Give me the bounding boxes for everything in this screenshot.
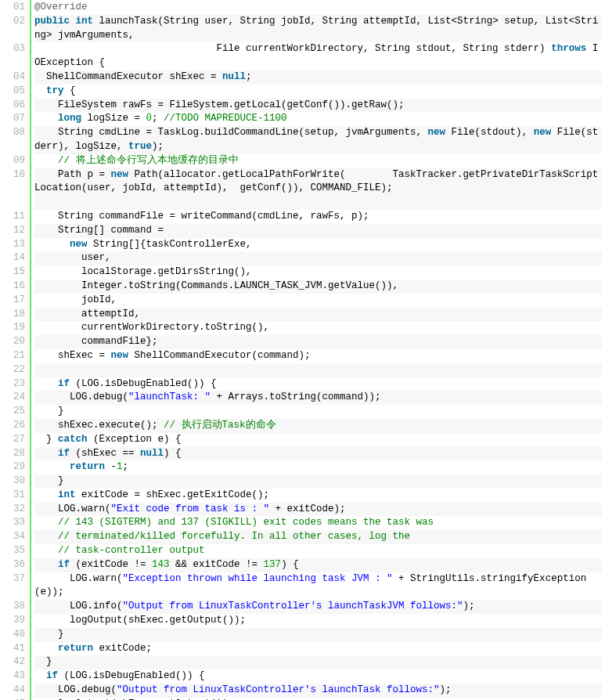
token-plain: jobId, (34, 294, 117, 305)
token-kw: null (140, 448, 164, 459)
token-plain (34, 559, 58, 570)
line-number: 13 (3, 238, 25, 252)
code-line: } (34, 474, 602, 489)
token-plain: + Arrays.toString(command)); (211, 391, 381, 402)
token-plain: String commandFile = writeCommand(cmdLin… (34, 211, 369, 222)
token-plain: } (34, 629, 64, 640)
code-line: } catch (Exception e) { (34, 433, 602, 447)
line-number: 42 (3, 655, 25, 669)
line-number: 16 (3, 280, 25, 294)
token-plain: ; (246, 71, 252, 82)
token-str: "Output from LinuxTaskController's launc… (117, 684, 440, 695)
token-plain (34, 489, 58, 500)
line-number-wrap (3, 196, 25, 210)
line-number: 25 (3, 405, 25, 419)
token-plain: (exitCode != (70, 559, 152, 570)
token-plain: logSize = (81, 113, 146, 124)
token-plain (34, 378, 58, 389)
token-num: 0 (146, 113, 153, 124)
code-line: @Override (34, 1, 602, 15)
token-plain: shExec.execute(); (34, 420, 164, 431)
code-line: try { (34, 85, 602, 99)
token-plain: ); (463, 601, 475, 612)
token-kw: if (46, 670, 58, 681)
line-number-wrap (3, 56, 25, 70)
line-number: 22 (3, 363, 25, 377)
line-number: 14 (3, 251, 25, 265)
line-number: 32 (3, 503, 25, 517)
token-comm: // 143 (SIGTERM) and 137 (SIGKILL) exit … (58, 517, 434, 528)
token-plain: ; (152, 113, 164, 124)
token-kw: if (58, 559, 70, 570)
token-plain (70, 16, 76, 27)
code-line: if (shExec == null) { (34, 447, 602, 461)
line-number: 18 (3, 308, 25, 322)
code-line: File currentWorkDirectory, String stdout… (34, 42, 602, 70)
token-str: "Output from LinuxTaskController's launc… (123, 601, 463, 612)
token-plain: String[] command = (34, 225, 164, 236)
code-line: shExec.execute(); // 执行启动Task的命令 (34, 419, 602, 433)
line-number: 12 (3, 224, 25, 238)
token-num: 137 (264, 559, 282, 570)
token-plain: exitCode; (93, 643, 152, 654)
code-line: LOG.debug("Output from LinuxTaskControll… (34, 684, 602, 698)
token-num: 1 (117, 461, 123, 472)
token-num: 143 (152, 559, 170, 570)
line-number: 06 (3, 99, 25, 113)
token-kw: int (58, 489, 76, 500)
token-plain: localStorage.getDirsString(), (34, 266, 252, 277)
token-plain: LOG.debug( (34, 684, 117, 695)
code-line: // 143 (SIGTERM) and 137 (SIGKILL) exit … (34, 516, 602, 530)
line-number: 15 (3, 265, 25, 280)
line-number: 29 (3, 460, 25, 474)
token-plain: { (64, 85, 76, 96)
code-line: } (34, 628, 602, 642)
token-kw: if (58, 448, 70, 459)
token-str: "launchTask: " (128, 391, 211, 402)
token-plain: Integer.toString(Commands.LAUNCH_TASK_JV… (34, 280, 398, 291)
token-kw: int (76, 16, 94, 27)
code-line: LOG.debug("launchTask: " + Arrays.toStri… (34, 391, 602, 405)
line-number-wrap (3, 586, 25, 600)
line-number: 31 (3, 489, 25, 503)
token-comm: // 将上述命令行写入本地缓存的目录中 (58, 155, 239, 166)
code-line: jobId, (34, 294, 602, 308)
token-plain: LOG.debug( (34, 391, 128, 402)
token-plain: exitCode = shExec.getExitCode(); (76, 489, 270, 500)
code-line: LOG.info("Output from LinuxTaskControlle… (34, 600, 602, 614)
line-number: 02 (3, 15, 25, 29)
code-line: LOG.warn("Exit code from task is : " + e… (34, 503, 602, 517)
line-number: 01 (3, 1, 25, 15)
token-kw: return (70, 461, 105, 472)
token-kw: long (58, 113, 81, 124)
code-line: Path p = new Path(allocator.getLocalPath… (34, 168, 602, 210)
line-number: 27 (3, 433, 25, 447)
line-number: 05 (3, 85, 25, 99)
token-kw: true (128, 141, 152, 152)
token-plain: } (34, 656, 52, 667)
code-line: } (34, 655, 602, 669)
token-plain (34, 448, 58, 459)
token-plain: - (105, 461, 117, 472)
code-line: int exitCode = shExec.getExitCode(); (34, 489, 602, 503)
token-plain (34, 531, 58, 542)
token-kw: public (34, 16, 70, 27)
token-plain: (LOG.isDebugEnabled()) { (70, 378, 217, 389)
line-number: 30 (3, 474, 25, 489)
code-line: // terminated/killed forcefully. In all … (34, 530, 602, 544)
token-kw: null (222, 71, 246, 82)
code-line: return exitCode; (34, 642, 602, 656)
line-number: 28 (3, 447, 25, 461)
line-number: 10 (3, 168, 25, 182)
token-plain: File currentWorkDirectory, String stdout… (34, 43, 551, 54)
line-number: 37 (3, 572, 25, 586)
code-line: LOG.warn("Exception thrown while launchi… (34, 572, 602, 601)
token-comm: // terminated/killed forcefully. In all … (58, 531, 410, 542)
line-number: 38 (3, 600, 25, 614)
token-comm: //TODO MAPREDUCE-1100 (164, 113, 287, 124)
code-block: 0102030405060708091011121314151617181920… (0, 0, 605, 700)
line-number: 20 (3, 335, 25, 349)
line-number: 44 (3, 684, 25, 698)
code-line: String commandFile = writeCommand(cmdLin… (34, 210, 602, 224)
line-number: 08 (3, 126, 25, 140)
